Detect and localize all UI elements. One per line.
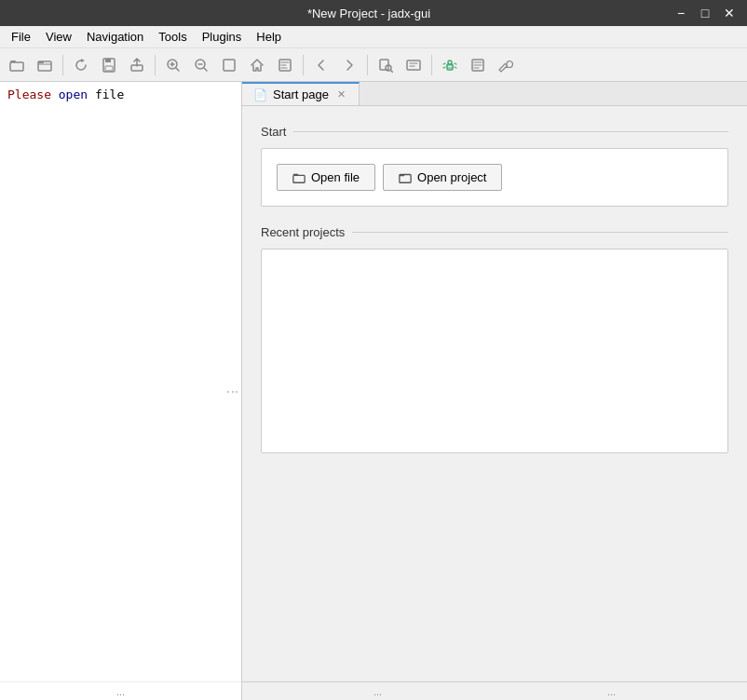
svg-rect-14 xyxy=(407,61,420,70)
home-toolbar-btn[interactable] xyxy=(244,52,270,78)
save-toolbar-btn[interactable] xyxy=(96,52,122,78)
please-text: Please xyxy=(7,88,51,101)
svg-rect-5 xyxy=(105,59,111,62)
right-panel-status-bar: ... ... xyxy=(242,681,747,700)
back-toolbar-btn[interactable] xyxy=(308,52,334,78)
file-text: file xyxy=(88,88,124,101)
svg-rect-19 xyxy=(293,175,305,182)
left-panel-content: Please open file xyxy=(0,82,241,681)
bottom-left-dots: ... xyxy=(374,686,382,697)
reload-toolbar-btn[interactable] xyxy=(68,52,94,78)
open-file-start-label: Open file xyxy=(311,170,360,184)
window-controls: − □ ✕ xyxy=(672,5,738,21)
open-project-start-btn[interactable]: Open project xyxy=(383,164,502,191)
toolbar xyxy=(0,48,747,82)
menu-file[interactable]: File xyxy=(4,28,38,46)
start-buttons-container: Open file Open project xyxy=(261,148,728,207)
tab-icon: 📄 xyxy=(253,88,267,101)
open-file-icon xyxy=(292,171,306,184)
svg-rect-3 xyxy=(38,61,44,63)
search-class-toolbar-btn[interactable] xyxy=(373,52,399,78)
main-area: Please open file ... ⋮ 📄 Start page ✕ St… xyxy=(0,82,747,700)
maximize-button[interactable]: □ xyxy=(697,5,713,21)
menu-bar: File View Navigation Tools Plugins Help xyxy=(0,26,747,48)
svg-rect-10 xyxy=(224,60,235,71)
open-text: open xyxy=(51,88,88,101)
zoom-in-toolbar-btn[interactable] xyxy=(160,52,186,78)
left-panel: Please open file ... ⋮ xyxy=(0,82,242,700)
tab-close-button[interactable]: ✕ xyxy=(334,88,347,101)
log-toolbar-btn[interactable] xyxy=(465,52,491,78)
start-section-header: Start xyxy=(261,125,728,139)
toolbar-sep-5 xyxy=(431,55,432,75)
toolbar-sep-2 xyxy=(155,55,156,75)
tab-label: Start page xyxy=(273,88,329,101)
start-page-tab[interactable]: 📄 Start page ✕ xyxy=(242,82,360,105)
forward-toolbar-btn[interactable] xyxy=(336,52,362,78)
recent-projects-list xyxy=(261,249,728,453)
start-section-label: Start xyxy=(261,125,286,139)
bottom-right-dots: ... xyxy=(607,686,616,697)
menu-help[interactable]: Help xyxy=(249,28,289,46)
wrench-toolbar-btn[interactable] xyxy=(493,52,519,78)
open-project-start-label: Open project xyxy=(417,170,486,184)
minimize-button[interactable]: − xyxy=(672,5,689,21)
open-file-start-btn[interactable]: Open file xyxy=(277,164,375,191)
toolbar-sep-1 xyxy=(62,55,63,75)
start-section: Start Open file Open project xyxy=(261,125,728,207)
search-all-toolbar-btn[interactable] xyxy=(401,52,427,78)
svg-rect-1 xyxy=(10,62,23,71)
recent-projects-section: Recent projects xyxy=(261,225,728,453)
toolbar-sep-4 xyxy=(367,55,368,75)
right-panel: 📄 Start page ✕ Start Open file xyxy=(242,82,747,700)
open-project-icon xyxy=(399,171,412,184)
debug-toolbar-btn[interactable] xyxy=(437,52,463,78)
recent-projects-header: Recent projects xyxy=(261,225,728,239)
zoom-out-toolbar-btn[interactable] xyxy=(188,52,214,78)
recent-projects-label: Recent projects xyxy=(261,225,345,239)
resize-dots: ⋮ xyxy=(226,386,239,396)
left-panel-bottom: ... xyxy=(0,681,241,700)
window-title: *New Project - jadx-gui xyxy=(65,7,672,20)
left-panel-dots: ... xyxy=(116,686,125,697)
menu-tools[interactable]: Tools xyxy=(151,28,194,46)
panel-resize-handle[interactable]: ⋮ xyxy=(236,82,241,700)
svg-rect-21 xyxy=(400,174,404,176)
menu-plugins[interactable]: Plugins xyxy=(195,28,250,46)
title-bar: *New Project - jadx-gui − □ ✕ xyxy=(0,0,747,26)
svg-rect-6 xyxy=(105,66,113,71)
find-toolbar-btn[interactable] xyxy=(272,52,298,78)
start-page-content: Start Open file Open project Recent pr xyxy=(242,106,747,681)
close-button[interactable]: ✕ xyxy=(721,5,738,21)
fit-toolbar-btn[interactable] xyxy=(216,52,242,78)
open-file-toolbar-btn[interactable] xyxy=(4,52,30,78)
export-toolbar-btn[interactable] xyxy=(124,52,150,78)
menu-view[interactable]: View xyxy=(38,28,79,46)
svg-rect-12 xyxy=(380,60,388,70)
open-project-toolbar-btn[interactable] xyxy=(32,52,58,78)
toolbar-sep-3 xyxy=(303,55,304,75)
menu-navigation[interactable]: Navigation xyxy=(79,28,151,46)
tab-bar: 📄 Start page ✕ xyxy=(242,82,747,106)
